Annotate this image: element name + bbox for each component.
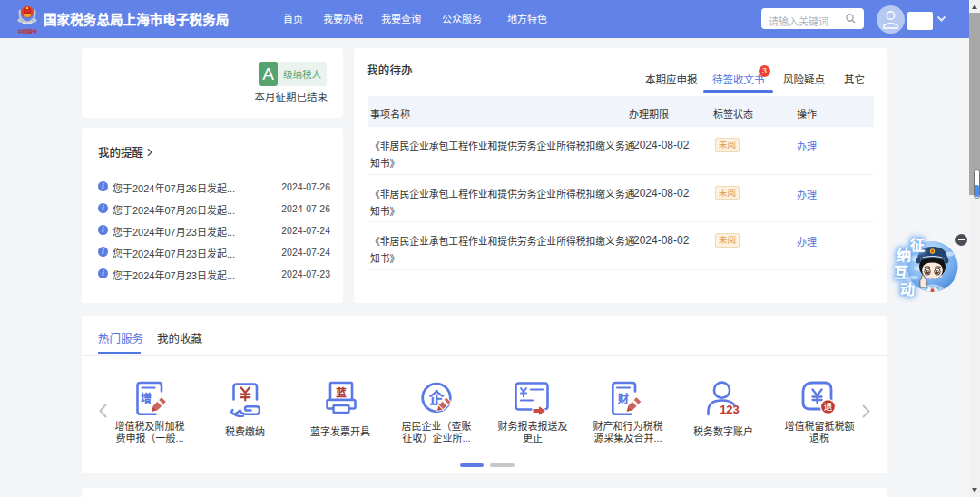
svg-text:蓝: 蓝 — [336, 386, 347, 398]
svg-text:退: 退 — [824, 402, 833, 412]
svg-text:中国税务: 中国税务 — [18, 28, 38, 35]
svg-text:财: 财 — [617, 392, 629, 405]
svg-text:增: 增 — [140, 392, 151, 405]
svg-text:123: 123 — [720, 403, 740, 416]
